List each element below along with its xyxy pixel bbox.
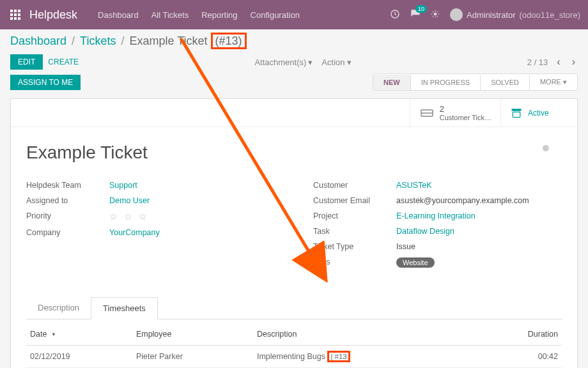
- company-link[interactable]: YourCompany: [109, 228, 160, 237]
- active-label: Active: [528, 109, 549, 118]
- customer-label: Customer: [313, 181, 396, 190]
- avatar-icon: [450, 8, 463, 21]
- messages-icon[interactable]: 10: [410, 9, 421, 21]
- breadcrumb-sep: /: [72, 34, 75, 48]
- user-name: Administrator: [467, 10, 516, 20]
- svg-rect-5: [18, 13, 20, 16]
- type-label: Ticket Type: [313, 242, 396, 251]
- svg-rect-0: [10, 10, 13, 12]
- breadcrumb-ticket-id-highlight: (#13): [211, 33, 247, 49]
- ticket-icon: [419, 105, 435, 121]
- pager-text: 2 / 13: [527, 57, 548, 67]
- status-more[interactable]: MORE ▾: [530, 74, 577, 90]
- attachments-label: Attachment(s): [254, 57, 306, 67]
- fields-grid: Helpdesk TeamSupport Assigned toDemo Use…: [26, 181, 562, 274]
- action-dropdown[interactable]: Action ▾: [321, 57, 351, 67]
- svg-rect-6: [10, 17, 13, 20]
- messages-badge: 10: [415, 5, 427, 13]
- action-label: Action: [321, 57, 344, 67]
- assigned-label: Assigned to: [26, 196, 109, 205]
- th-date-label: Date: [30, 330, 47, 339]
- tags-label: Tags: [313, 257, 396, 268]
- pager-prev[interactable]: ‹: [554, 56, 562, 68]
- archive-icon: [510, 107, 523, 119]
- task-label: Task: [313, 227, 396, 236]
- timesheets-table: Date Employee Description Duration 02/12…: [26, 323, 562, 368]
- nav-dashboard[interactable]: Dashboard: [98, 10, 139, 20]
- tab-description[interactable]: Description: [26, 297, 91, 319]
- debug-icon[interactable]: [431, 10, 440, 20]
- cell-duration: 00:42: [477, 346, 562, 368]
- th-employee[interactable]: Employee: [132, 323, 253, 346]
- nav-all-tickets[interactable]: All Tickets: [151, 10, 189, 20]
- nav-reporting[interactable]: Reporting: [201, 10, 237, 20]
- team-link[interactable]: Support: [109, 181, 137, 190]
- th-description[interactable]: Description: [253, 323, 477, 346]
- form-sheet: 2 Customer Tick… Active Example Ticket H…: [10, 98, 578, 368]
- chevron-down-icon: ▾: [347, 57, 352, 67]
- tab-timesheets[interactable]: Timesheets: [91, 297, 158, 319]
- priority-stars[interactable]: ☆ ☆ ☆: [109, 211, 149, 222]
- fields-col-right: CustomerASUSTeK Customer Emailasustek@yo…: [313, 181, 562, 274]
- tabs: Description Timesheets: [26, 297, 562, 319]
- user-menu[interactable]: Administrator (odoo11e_store): [450, 8, 580, 21]
- email-value: asustek@yourcompany.example.com: [396, 196, 529, 205]
- sort-desc-icon: [49, 330, 56, 339]
- chevron-down-icon: ▾: [308, 57, 313, 67]
- status-in-progress[interactable]: IN PROGRESS: [411, 75, 481, 90]
- breadcrumb-current-text: Example Ticket: [129, 34, 207, 47]
- attachments-dropdown[interactable]: Attachment(s) ▾: [254, 57, 313, 67]
- breadcrumb: Dashboard / Tickets / Example Ticket (#1…: [10, 34, 578, 48]
- active-toggle[interactable]: Active: [500, 99, 577, 126]
- svg-rect-1: [14, 10, 17, 12]
- email-label: Customer Email: [313, 196, 396, 205]
- topbar: Helpdesk Dashboard All Tickets Reporting…: [0, 0, 588, 29]
- kanban-state-dot[interactable]: [543, 145, 549, 151]
- task-link[interactable]: Dataflow Design: [396, 227, 454, 236]
- apps-menu-button[interactable]: [8, 7, 23, 22]
- assigned-link[interactable]: Demo User: [109, 196, 150, 205]
- svg-rect-4: [14, 13, 17, 16]
- tag-website[interactable]: Website: [396, 257, 435, 268]
- user-db: (odoo11e_store): [520, 10, 580, 20]
- priority-label: Priority: [26, 211, 109, 222]
- assign-to-me-button[interactable]: ASSIGN TO ME: [10, 75, 81, 90]
- svg-rect-7: [14, 17, 17, 20]
- th-duration[interactable]: Duration: [477, 323, 562, 346]
- status-solved[interactable]: SOLVED: [481, 75, 530, 90]
- pager-next[interactable]: ›: [569, 56, 578, 68]
- form-body: Example Ticket Helpdesk TeamSupport Assi…: [11, 127, 577, 368]
- breadcrumb-tickets[interactable]: Tickets: [80, 34, 116, 48]
- clock-icon[interactable]: [390, 9, 400, 21]
- nav-configuration[interactable]: Configuration: [251, 10, 300, 20]
- project-link[interactable]: E-Learning Integration: [396, 211, 476, 220]
- breadcrumb-dashboard[interactable]: Dashboard: [10, 34, 66, 48]
- stat-tickets-label: Customer Tick…: [440, 114, 491, 121]
- status-more-label: MORE: [540, 78, 561, 86]
- desc-text: Implementing Bugs: [257, 352, 327, 361]
- team-label: Helpdesk Team: [26, 181, 109, 190]
- customer-tickets-stat[interactable]: 2 Customer Tick…: [410, 99, 500, 126]
- topbar-right: 10 Administrator (odoo11e_store): [390, 8, 580, 21]
- secondary-row: ASSIGN TO ME NEW IN PROGRESS SOLVED MORE…: [10, 73, 578, 91]
- svg-rect-8: [18, 17, 20, 20]
- svg-rect-12: [513, 112, 520, 117]
- cell-employee: Pieter Parker: [132, 346, 253, 368]
- table-row[interactable]: 02/12/2019 Pieter Parker Implementing Bu…: [26, 346, 562, 368]
- create-button[interactable]: CREATE: [48, 57, 79, 66]
- control-panel: Dashboard / Tickets / Example Ticket (#1…: [0, 29, 588, 93]
- desc-ticket-ref-highlight: | #13: [327, 351, 350, 362]
- cell-description: Implementing Bugs | #13: [253, 346, 477, 368]
- svg-rect-11: [512, 109, 522, 111]
- brand-title: Helpdesk: [29, 8, 77, 22]
- status-bar: NEW IN PROGRESS SOLVED MORE ▾: [373, 73, 578, 91]
- top-nav: Dashboard All Tickets Reporting Configur…: [98, 10, 300, 20]
- customer-link[interactable]: ASUSTeK: [396, 181, 432, 190]
- stat-tickets-count: 2: [440, 104, 491, 114]
- stat-buttons: 2 Customer Tick… Active: [11, 99, 577, 127]
- breadcrumb-current: Example Ticket (#13): [129, 34, 246, 48]
- status-new[interactable]: NEW: [373, 75, 411, 90]
- th-date[interactable]: Date: [26, 323, 132, 346]
- company-label: Company: [26, 228, 109, 237]
- edit-button[interactable]: EDIT: [10, 54, 43, 70]
